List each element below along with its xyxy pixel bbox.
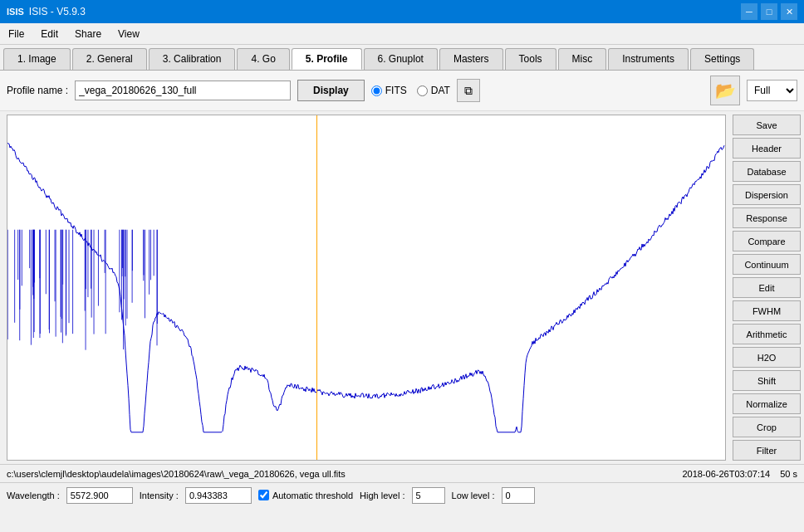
folder-button[interactable]: 📂 — [710, 76, 740, 105]
tab-masters[interactable]: Masters — [439, 48, 503, 70]
profile-name-label: Profile name : — [7, 85, 68, 96]
menu-file[interactable]: File — [0, 25, 32, 43]
filepath-text: c:\users\clemjl\desktop\audela\images\20… — [7, 469, 346, 479]
title-bar-controls: ─ □ ✕ — [741, 3, 797, 20]
header-button[interactable]: Header — [733, 138, 801, 159]
tabs-bar: 1. Image 2. General 3. Calibration 4. Go… — [0, 45, 804, 71]
tab-calibration[interactable]: 3. Calibration — [149, 48, 236, 70]
radio-group: FITS DAT — [371, 85, 450, 96]
menu-share[interactable]: Share — [66, 25, 110, 43]
arithmetic-button[interactable]: Arithmetic — [733, 324, 801, 344]
zoom-select[interactable]: Full 50% 25% 200% — [747, 80, 797, 101]
tab-go[interactable]: 4. Go — [237, 48, 289, 70]
response-button[interactable]: Response — [733, 207, 801, 228]
fwhm-button[interactable]: FWHM — [733, 300, 801, 321]
close-button[interactable]: ✕ — [781, 3, 797, 20]
shift-button[interactable]: Shift — [733, 370, 801, 391]
high-level-label: High level : — [360, 491, 404, 500]
high-level-input[interactable] — [412, 487, 445, 504]
edit-button[interactable]: Edit — [733, 277, 801, 298]
tab-misc[interactable]: Misc — [558, 48, 607, 70]
fits-label: FITS — [385, 85, 407, 96]
title-bar-left: ISIS ISIS - V5.9.3 — [7, 6, 86, 17]
maximize-button[interactable]: □ — [761, 3, 777, 20]
datetime-text: 2018-06-26T03:07:14 — [682, 469, 770, 479]
sidebar: Save Header Database Dispersion Response… — [729, 111, 804, 464]
spectral-chart — [7, 115, 725, 460]
wavelength-input[interactable] — [66, 487, 133, 504]
tab-tools[interactable]: Tools — [505, 48, 556, 70]
toolbar: Profile name : Display FITS DAT ⧉ 📂 Full… — [0, 71, 804, 111]
main-area: Save Header Database Dispersion Response… — [0, 111, 804, 464]
menu-edit[interactable]: Edit — [32, 25, 66, 43]
wavelength-label: Wavelength : — [7, 491, 60, 500]
tab-image[interactable]: 1. Image — [3, 48, 71, 70]
auto-threshold-label: Automatic threshold — [272, 491, 353, 500]
fits-radio[interactable] — [371, 85, 382, 96]
dispersion-button[interactable]: Dispersion — [733, 184, 801, 205]
copy-icon-button[interactable]: ⧉ — [457, 79, 480, 102]
menu-view[interactable]: View — [110, 25, 148, 43]
h2o-button[interactable]: H2O — [733, 347, 801, 368]
auto-threshold-container: Automatic threshold — [258, 490, 353, 500]
filter-button[interactable]: Filter — [733, 440, 801, 461]
normalize-button[interactable]: Normalize — [733, 393, 801, 414]
profile-name-input[interactable] — [75, 81, 291, 100]
continuum-button[interactable]: Continuum — [733, 254, 801, 275]
low-level-input[interactable] — [502, 487, 535, 504]
low-level-label: Low level : — [452, 491, 495, 500]
minimize-button[interactable]: ─ — [741, 3, 757, 20]
app-icon: ISIS — [7, 7, 24, 17]
auto-threshold-checkbox[interactable] — [258, 490, 269, 500]
tab-settings[interactable]: Settings — [690, 48, 754, 70]
intensity-input[interactable] — [185, 487, 252, 504]
intensity-label: Intensity : — [140, 491, 179, 500]
tab-gnuplot[interactable]: 6. Gnuplot — [364, 48, 438, 70]
status-bar: c:\users\clemjl\desktop\audela\images\20… — [0, 464, 804, 482]
exposure-text: 50 s — [780, 469, 797, 479]
display-button[interactable]: Display — [297, 80, 365, 101]
tab-general[interactable]: 2. General — [72, 48, 147, 70]
title-bar: ISIS ISIS - V5.9.3 ─ □ ✕ — [0, 0, 804, 23]
database-button[interactable]: Database — [733, 161, 801, 182]
app-title: ISIS - V5.9.3 — [29, 6, 86, 17]
folder-icon: 📂 — [715, 81, 736, 100]
fits-radio-option[interactable]: FITS — [371, 85, 407, 96]
save-button[interactable]: Save — [733, 115, 801, 135]
chart-area — [7, 115, 726, 461]
footer-bar: Wavelength : Intensity : Automatic thres… — [0, 482, 804, 507]
dat-radio-option[interactable]: DAT — [417, 85, 450, 96]
tab-profile[interactable]: 5. Profile — [292, 48, 362, 70]
copy-icon: ⧉ — [464, 84, 473, 98]
compare-button[interactable]: Compare — [733, 231, 801, 251]
dat-radio[interactable] — [417, 85, 428, 96]
tab-instruments[interactable]: Instruments — [608, 48, 689, 70]
menu-bar: File Edit Share View — [0, 23, 804, 45]
crop-button[interactable]: Crop — [733, 417, 801, 437]
dat-label: DAT — [431, 85, 450, 96]
